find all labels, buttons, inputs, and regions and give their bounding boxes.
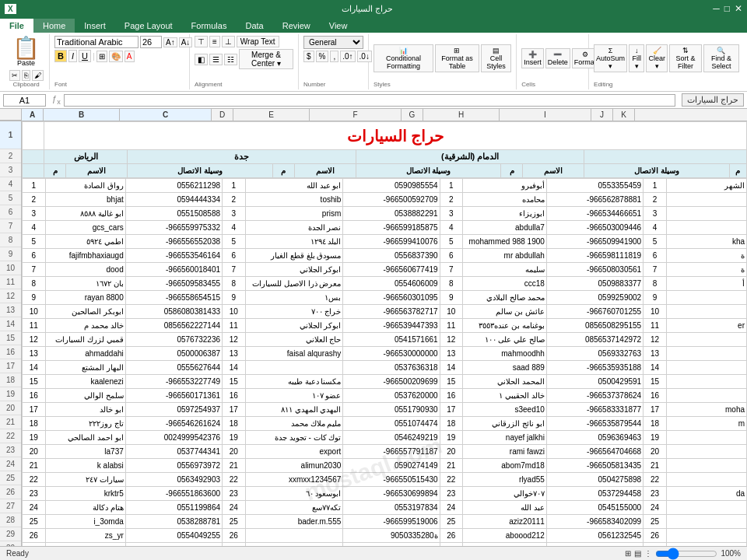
table-cell[interactable]: -966546261624 [125,417,222,431]
table-cell[interactable]: 0500429591 [546,375,643,389]
table-cell[interactable]: rami fawzi [463,445,547,459]
table-cell[interactable]: أبوفيرو [463,179,547,193]
table-cell[interactable]: 21 [223,459,246,473]
table-cell[interactable]: خراج ٧٠٠ [245,305,343,319]
table-cell[interactable]: 19 [644,431,667,445]
table-cell[interactable]: أ [666,277,746,291]
table-cell[interactable]: mahmoodhh [463,347,547,361]
table-cell[interactable]: 17 [23,403,46,417]
table-cell[interactable]: 10 [440,305,463,319]
col-i[interactable]: I [500,109,591,121]
table-cell[interactable]: 25 [23,515,46,529]
table-cell[interactable]: 5 [440,235,463,249]
table-cell[interactable]: 0556211298 [125,179,222,193]
table-cell[interactable] [666,291,746,305]
table-cell[interactable]: 6 [23,249,46,263]
table-cell[interactable] [666,501,746,515]
table-cell[interactable]: 0586080381433 [125,305,222,319]
table-cell[interactable]: zs_yr [45,529,125,543]
table-cell[interactable]: 17 [440,403,463,417]
table-cell[interactable]: معرض ذرا الاصيل للسيارات [245,277,343,291]
table-cell[interactable]: 8 [440,277,463,291]
table-cell[interactable]: 0554606009 [343,277,440,291]
table-row[interactable]: 20la737053774434120export-96655779118720… [23,445,747,459]
table-cell[interactable]: alimun2030 [245,459,343,473]
table-cell[interactable]: 15 [644,375,667,389]
table-row[interactable]: 22سيارات ٢٤٧056349290322xxmxx1234567-966… [23,473,747,487]
table-cell[interactable]: -966551863600 [125,487,222,501]
autosum-button[interactable]: ΣAutoSum ▾ [594,44,627,72]
table-cell[interactable]: قمبي لزرك السيارات [45,333,125,347]
table-cell[interactable]: 0590985554 [343,179,440,193]
layout-view-icon[interactable]: ▤ [634,549,641,558]
table-cell[interactable]: 12 [440,333,463,347]
table-cell[interactable]: aziz20111 [463,515,547,529]
col-h[interactable]: H [423,109,500,121]
table-cell[interactable] [666,459,746,473]
paste-button[interactable]: 📋 Paste [11,36,41,68]
table-row[interactable]: 12قمبي لزرك السيارات057673223612حاج العل… [23,333,747,347]
col-f[interactable]: F [310,109,402,121]
table-cell[interactable]: 20 [644,445,667,459]
table-cell[interactable]: -966535935188 [546,361,643,375]
col-j[interactable]: J [591,109,613,121]
table-cell[interactable]: -966583402099 [546,515,643,529]
table-cell[interactable]: rlyad55 [463,473,547,487]
table-cell[interactable]: m [666,417,746,431]
table-cell[interactable]: prism [245,207,343,221]
table-cell[interactable]: 2 [440,193,463,207]
table-cell[interactable]: 13 [23,347,46,361]
table-cell[interactable]: 26 [23,529,46,543]
table-cell[interactable]: -966534466651 [546,207,643,221]
table-cell[interactable]: ٧٠٧خوالي [463,487,547,501]
table-cell[interactable]: ابوزيزاء [463,207,547,221]
table-cell[interactable]: -966560171361 [125,389,222,403]
cut-button[interactable]: ✂ [9,70,20,81]
table-row[interactable]: 6fajifmbhaxiaugd-9665535461646مسودق بلغ … [23,249,747,263]
table-cell[interactable]: 0596369463 [546,431,643,445]
table-cell[interactable]: مسودق بلغ قطع الغيار [245,249,343,263]
find-select-button[interactable]: 🔍Find & Select [703,44,739,72]
table-cell[interactable]: 0537744341 [125,445,222,459]
italic-button[interactable]: I [68,50,77,62]
table-cell[interactable]: 12 [644,333,667,347]
table-cell[interactable]: -966503009446 [546,221,643,235]
table-cell[interactable]: -966557791187 [343,445,440,459]
table-cell[interactable]: abom7md18 [463,459,547,473]
table-cell[interactable]: saad 889 [463,361,547,375]
table-cell[interactable]: 15 [223,375,246,389]
table-cell[interactable]: 14 [644,361,667,375]
table-cell[interactable]: -966760701255 [546,305,643,319]
table-cell[interactable]: صالح علي على ١٠٠ [463,333,547,347]
view-controls[interactable]: ⊞ ▤ ⋮ 100% [625,548,741,560]
table-cell[interactable]: -966560301095 [343,291,440,305]
table-cell[interactable]: مليم ملاك محمد [245,417,343,431]
table-cell[interactable]: 0556973972 [125,459,222,473]
table-cell[interactable]: اطمي ٥٩٢٤ [45,235,125,249]
format-painter-button[interactable]: 🖌 [32,70,44,81]
table-cell[interactable]: سلمح الوالي [45,389,125,403]
align-middle-button[interactable]: ≡ [209,36,220,47]
table-cell[interactable] [666,347,746,361]
table-cell[interactable]: -966556552038 [125,235,222,249]
table-cell[interactable]: 14 [23,361,46,375]
table-row[interactable]: 19ابو احمد الصالحي002499954237619توك كات… [23,431,747,445]
table-cell[interactable] [666,193,746,207]
tab-review[interactable]: Review [273,19,320,33]
window-controls[interactable]: ─□✕ [713,3,742,14]
table-cell[interactable]: -966563782717 [343,305,440,319]
table-cell[interactable]: -966599410076 [343,235,440,249]
fill-button[interactable]: ↓Fill ▾ [629,44,644,72]
table-cell[interactable]: ccc18 [463,277,547,291]
table-cell[interactable]: 0537620000 [343,389,440,403]
tab-page-layout[interactable]: Page Layout [115,19,182,33]
table-cell[interactable]: krktr5 [45,487,125,501]
table-cell[interactable]: ابو احمد الصالحي [45,431,125,445]
table-cell[interactable]: 3 [644,207,667,221]
table-cell[interactable]: 0856562227144 [125,319,222,333]
insert-button[interactable]: ➕Insert [521,48,544,68]
conditional-formatting-button[interactable]: 📊Conditional Formatting [374,44,433,72]
font-name-input[interactable] [54,36,139,48]
table-cell[interactable]: هتام دكالة [45,501,125,515]
table-cell[interactable]: 21 [23,459,46,473]
